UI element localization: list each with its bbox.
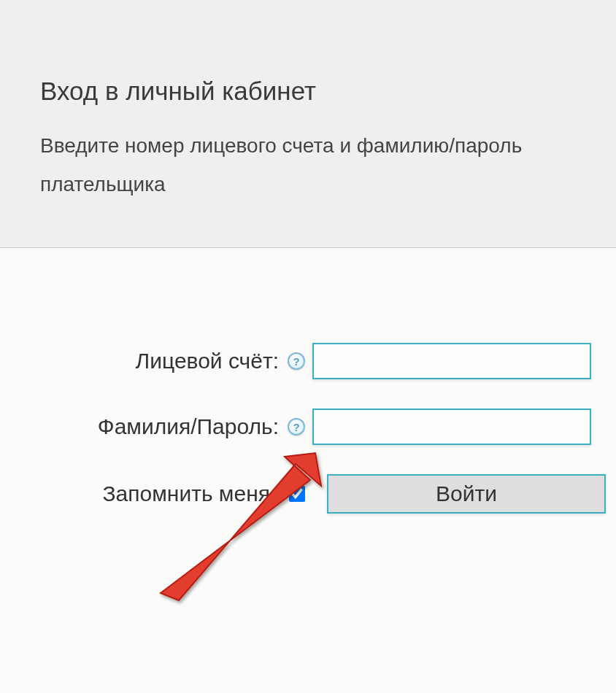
- account-label: Лицевой счёт:: [136, 349, 279, 373]
- page-title: Вход в личный кабинет: [40, 77, 576, 106]
- password-row: Фамилия/Пароль: ?: [0, 409, 616, 445]
- login-form: Лицевой счёт: ? Фамилия/Пароль: ? Запомн…: [0, 248, 616, 514]
- header-section: Вход в личный кабинет Введите номер лице…: [0, 0, 616, 248]
- account-row: Лицевой счёт: ?: [0, 343, 616, 379]
- submit-button[interactable]: Войти: [327, 474, 606, 514]
- remember-row: Запомнить меня Войти: [0, 474, 616, 514]
- remember-label-wrap: Запомнить меня: [0, 481, 270, 506]
- password-label: Фамилия/Пароль:: [98, 414, 279, 439]
- page-subtitle: Введите номер лицевого счета и фамилию/п…: [40, 126, 576, 204]
- help-icon[interactable]: ?: [288, 418, 305, 435]
- account-input[interactable]: [312, 343, 591, 379]
- password-label-wrap: Фамилия/Пароль: ?: [0, 414, 305, 439]
- help-icon[interactable]: ?: [288, 352, 305, 370]
- account-label-wrap: Лицевой счёт: ?: [0, 349, 305, 373]
- password-input[interactable]: [312, 409, 591, 445]
- remember-checkbox[interactable]: [289, 486, 305, 502]
- remember-label: Запомнить меня: [102, 481, 270, 506]
